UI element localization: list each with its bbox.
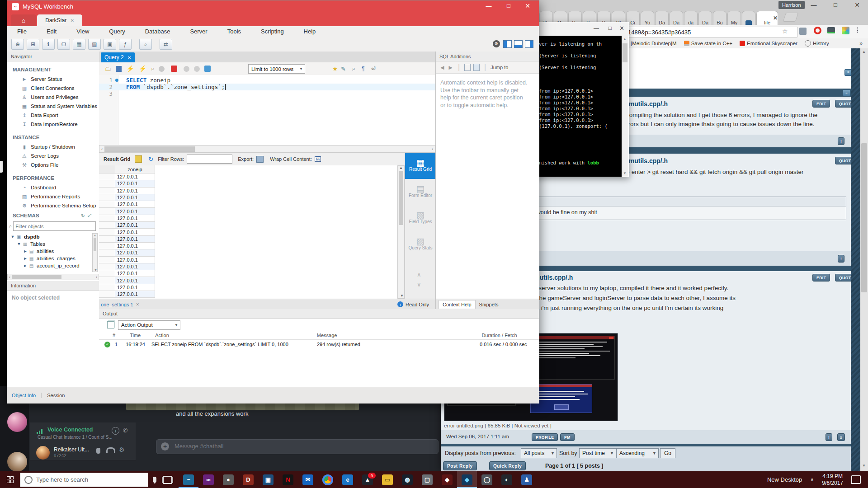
taskbar-app-icon[interactable]: ▢ [417,471,437,488]
tab-close-icon[interactable]: ✕ [70,18,74,23]
grid-row[interactable]: 127.0.0.1 [99,229,397,235]
tab-close-icon[interactable]: ✕ [136,302,140,307]
menu-item[interactable]: View [71,28,94,35]
toggle-stop-on-error-icon[interactable] [171,66,177,72]
navigator-item[interactable]: ♙Users and Privileges [7,93,99,102]
schema-tree-node[interactable]: ▼▦Tables [10,240,95,248]
execute-current-icon[interactable]: ⚡ [138,65,146,72]
dock-button[interactable]: ▨Query Stats [405,231,436,258]
taskbar-app-icon[interactable] [318,471,338,488]
export-icon[interactable] [256,156,264,163]
menu-item[interactable]: File [12,28,32,35]
opera-extension-icon[interactable] [814,27,821,34]
bookmark-item[interactable]: Save state in C++ [684,41,732,46]
scroll-up-arrow[interactable]: ▲ [623,37,627,41]
create-view-icon[interactable]: ▧ [88,39,101,50]
edit-button[interactable]: EDIT [812,274,830,282]
info-icon[interactable]: i [112,427,119,435]
tab-close-icon[interactable]: ✕ [127,55,131,60]
discord-user-avatar[interactable] [36,446,50,460]
edit-button[interactable]: EDIT [812,100,830,108]
editor-line[interactable]: 2FROM `dspdb`.`zone_settings`; [99,84,435,90]
menu-item[interactable]: Query [104,28,130,35]
help-forward-icon[interactable]: ▶ [448,65,452,70]
scrollbar-thumb[interactable] [623,43,627,62]
connection-tab-darkstar[interactable]: DarkStar✕ [37,14,82,26]
navigator-item[interactable]: ▮Startup / Shutdown [7,142,99,151]
tree-vertical-scrollbar[interactable]: ▲ ▼ [92,233,98,272]
grid-row[interactable]: 127.0.0.1 [99,188,397,194]
menu-item[interactable]: Scripting [256,28,289,35]
grid-row[interactable]: 127.0.0.1 [99,194,397,201]
window-minimize-button[interactable]: — [594,25,599,32]
window-maximize-button[interactable]: □ [502,2,515,9]
grid-vertical-scrollbar[interactable]: ▲ ▼ [397,165,405,299]
search-data-icon[interactable]: ⌕ [139,39,152,50]
taskbar-app-icon[interactable]: ● [218,471,238,488]
editor-line[interactable]: 1SELECT zoneip [99,77,435,84]
tray-chevron-icon[interactable]: ∧ [810,477,814,483]
new-tab-button[interactable] [783,13,798,22]
quick-reply-button[interactable]: Quick Reply [489,461,526,470]
grid-row[interactable]: 127.0.0.1 [99,257,397,263]
settings-gear-icon[interactable]: ⚙ [119,446,125,453]
taskbar-app-icon[interactable]: ♟ [517,471,537,488]
new-desktop-label[interactable]: New Desktop [767,476,802,483]
post-time-select[interactable]: Post time▼ [579,448,616,458]
menu-item[interactable]: Database [140,28,175,35]
save-icon[interactable] [116,66,122,72]
discord-avatar[interactable] [7,452,27,472]
post-title[interactable]: emutils.cpp/.h [625,157,761,164]
taskbar-search-box[interactable]: Type here to search [20,473,148,487]
go-button[interactable]: Go [660,448,675,458]
navigator-item[interactable]: ⚙Performance Schema Setup [7,201,99,210]
navigator-item[interactable]: ▦Status and System Variables [7,102,99,111]
cast-extension-icon[interactable] [827,27,835,33]
scrollbar-thumb[interactable] [861,143,867,292]
post-title[interactable]: emutils.cpp/.h [625,100,761,108]
create-function-icon[interactable]: ƒ [119,39,132,50]
scroll-down-arrow[interactable]: ▼ [623,171,627,175]
grid-row[interactable]: 127.0.0.1 [99,249,397,256]
refresh-icon[interactable]: ↻ [148,156,153,163]
dock-button[interactable]: ▤Form Editor [405,179,436,205]
rollback-icon[interactable] [194,66,200,72]
navigator-item[interactable]: ►Server Status [7,75,99,84]
discord-username[interactable]: Reikaiser Ult... [54,446,94,453]
editor-line[interactable]: 3 [99,90,435,97]
toggle-secondary-sidebar-icon[interactable] [525,40,533,48]
query-tab[interactable]: Query 2✕ [101,52,135,62]
navigator-item[interactable]: ↥Data Export [7,111,99,120]
bookmark-star-icon[interactable]: ☆ [782,28,788,35]
limit-rows-dropdown[interactable]: Limit to 1000 rows▼ [248,64,305,74]
autocommit-icon[interactable] [204,66,211,72]
report-button[interactable]: ! [826,433,832,441]
jump-to-label[interactable]: Jump to [491,65,508,70]
commit-icon[interactable] [184,66,189,72]
schema-tree-node[interactable]: ►▤abilities_charges [10,255,95,262]
taskbar-app-icon[interactable]: e [338,471,358,488]
tab-session[interactable]: Session [47,393,65,398]
tab-close-icon[interactable]: ✕ [773,15,778,21]
attach-plus-icon[interactable]: + [161,442,169,450]
open-script-icon[interactable]: ⊞ [27,39,39,50]
stop-icon[interactable] [159,66,165,72]
task-view-icon[interactable] [163,476,172,484]
preferences-icon[interactable]: ⚙ [493,40,500,47]
taskbar-app-icon[interactable]: D [238,471,258,488]
taskbar-app-icon[interactable]: ✉ [298,471,318,488]
grid-row[interactable]: 127.0.0.1 [99,180,397,187]
tab-snippets[interactable]: Snippets [476,300,502,309]
mic-icon[interactable] [153,477,156,483]
taskbar-app-icon[interactable]: ◆ [457,471,477,488]
headphones-icon[interactable] [106,447,115,453]
bookmark-item[interactable]: Emotional Skyscraper [740,41,797,46]
dock-button[interactable]: ▦Result Grid [405,153,436,179]
taskbar-app-icon[interactable]: ∞ [198,471,218,488]
report-button[interactable]: ! [838,137,844,145]
profile-button[interactable]: PROFILE [532,433,558,441]
taskbar-app-icon[interactable]: ▣ [258,471,278,488]
action-output-dropdown[interactable]: Action Output▼ [118,320,180,330]
menu-item[interactable]: Server [185,28,212,35]
taskbar-app-icon[interactable]: ◆ [437,471,457,488]
